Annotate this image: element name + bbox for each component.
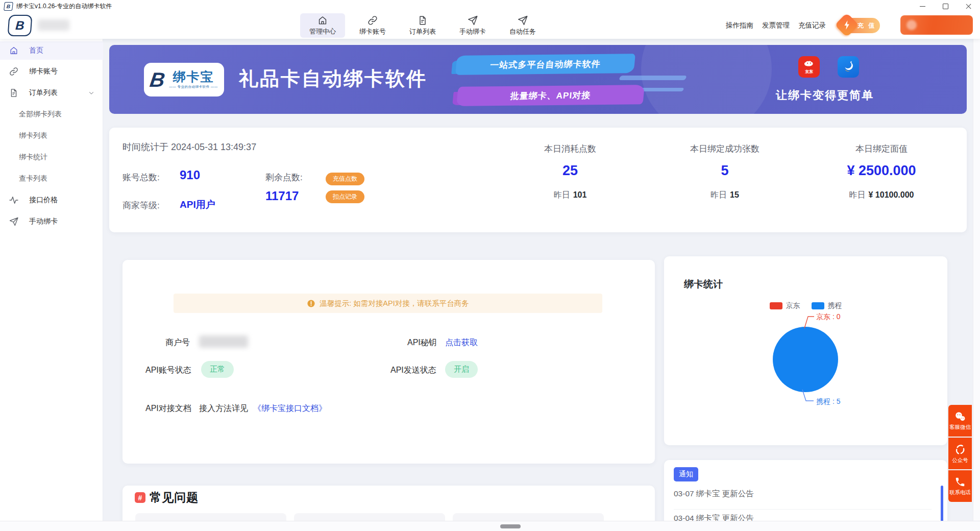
window-title: 绑卡宝v1.0.26-专业的自动绑卡软件 [16, 2, 112, 11]
vertical-scrollbar-track[interactable] [973, 39, 980, 521]
avatar [906, 20, 917, 30]
banner-streak-decoration [619, 76, 687, 80]
api-doc-label: API对接文档 [145, 403, 191, 414]
sidebar-item-manual-bind[interactable]: 手动绑卡 [0, 212, 103, 231]
notice-item[interactable]: 03-07 绑卡宝 更新公告 [674, 489, 929, 499]
floating-button-label: 联系电话 [949, 489, 971, 496]
pie-callout-ctrip: 携程 : 5 [816, 397, 840, 406]
minimize-button[interactable] [911, 0, 934, 12]
send-icon [517, 15, 528, 26]
app-logo-icon: B [4, 2, 13, 11]
ctrip-app-icon [838, 56, 859, 78]
home-icon [9, 45, 19, 56]
customer-service-wechat-button[interactable]: 客服微信 [948, 405, 972, 437]
brand-logo-icon: B [8, 15, 33, 36]
maximize-icon [943, 4, 948, 9]
sidebar-item-label: 绑卡统计 [19, 153, 47, 162]
link-icon [9, 66, 19, 77]
floating-button-label: 公众号 [952, 457, 968, 464]
stats-timestamp: 时间统计于 2024-05-31 13:49:37 [122, 141, 256, 153]
lightning-icon [835, 13, 859, 37]
sidebar-item-home[interactable]: 首页 [0, 41, 103, 60]
bangkabao-logo: B 绑卡宝 —— 专业的自动绑卡软件 —— [144, 63, 224, 96]
jd-label: 京东 [805, 69, 813, 75]
merchant-id-value-redacted [199, 335, 248, 348]
contact-phone-button[interactable]: 联系电话 [948, 470, 972, 502]
sidebar-item-label: 手动绑卡 [29, 217, 58, 226]
nav-item-auto-tasks[interactable]: 自动任务 [500, 13, 545, 38]
account-total-label: 账号总数: [122, 172, 160, 183]
stat-label: 本日绑定面值 [815, 143, 948, 155]
nav-label: 绑卡账号 [359, 27, 386, 36]
nav-label: 管理中心 [309, 27, 336, 36]
account-status-label: API账号状态 [145, 365, 191, 376]
top-nav: 管理中心 绑卡账号 订单列表 手动绑卡 自动任务 [300, 13, 545, 38]
nav-item-accounts[interactable]: 绑卡账号 [350, 13, 395, 38]
sidebar-item-all-bind-list[interactable]: 全部绑卡列表 [0, 105, 103, 124]
document-icon [9, 88, 19, 98]
jd-app-icon: 京东 [798, 56, 820, 78]
maximize-button[interactable] [934, 0, 957, 12]
warning-text: 温馨提示: 如需对接API对接，请联系平台商务 [320, 299, 469, 308]
close-button[interactable] [957, 0, 980, 12]
merchant-level-label: 商家等级: [122, 200, 160, 211]
document-icon [417, 15, 428, 26]
recharge-button[interactable]: 充 值 [841, 18, 880, 33]
header: B 管理中心 绑卡账号 订单列表 手动绑卡 自动任务 [0, 12, 980, 39]
nav-item-manual-bind[interactable]: 手动绑卡 [450, 13, 495, 38]
deduction-log-button[interactable]: 扣点记录 [326, 190, 364, 203]
stat-label: 本日消耗点数 [504, 143, 636, 155]
sidebar-item-bind-stats[interactable]: 绑卡统计 [0, 148, 103, 166]
nav-item-orders[interactable]: 订单列表 [400, 13, 445, 38]
api-key-label: API秘钥 [407, 337, 437, 348]
stat-column-points-used: 本日消耗点数 25 昨日101 [504, 143, 636, 201]
send-icon [9, 216, 19, 227]
sidebar-item-label: 查卡列表 [19, 174, 47, 183]
sidebar: 首页 绑卡账号 订单列表 全部绑卡列表 绑卡列表 绑卡统计 查卡列表 接口价格 [0, 39, 103, 531]
home-icon [317, 15, 328, 26]
hero-banner: B 绑卡宝 —— 专业的自动绑卡软件 —— 礼品卡自动绑卡软件 一站式多平台自动… [109, 45, 967, 114]
api-info-card: 温馨提示: 如需对接API对接，请联系平台商务 商户号 API秘钥 点击获取 A… [122, 260, 655, 464]
banner-badge-blue: 一站式多平台自动绑卡软件 [455, 54, 635, 75]
api-key-get-link[interactable]: 点击获取 [445, 337, 478, 348]
sidebar-item-label: 接口价格 [29, 196, 58, 205]
send-status-label: API发送状态 [390, 365, 436, 376]
hash-icon: # [135, 492, 145, 503]
chevron-down-icon [88, 89, 95, 96]
sidebar-item-bind-list[interactable]: 绑卡列表 [0, 127, 103, 145]
warning-icon [307, 299, 315, 308]
notice-badge: 通知 [674, 467, 698, 481]
link-invoice-management[interactable]: 发票管理 [762, 21, 790, 30]
sidebar-item-accounts[interactable]: 绑卡账号 [0, 62, 103, 81]
pie-leader-lines [664, 256, 947, 445]
horizontal-scrollbar-thumb[interactable] [500, 524, 521, 528]
link-recharge-records[interactable]: 充值记录 [798, 21, 826, 30]
api-doc-prefix: 接入方法详见 [199, 403, 248, 414]
ctrip-dolphin-icon [841, 59, 856, 75]
stat-value: ¥ 2500.000 [815, 163, 948, 179]
sidebar-item-label: 首页 [29, 46, 43, 55]
recharge-points-button[interactable]: 充值点数 [326, 173, 364, 185]
close-icon [966, 4, 971, 9]
stat-previous: 昨日101 [504, 190, 636, 201]
banner-tagline: 让绑卡变得更简单 [776, 88, 929, 103]
sidebar-item-api-price[interactable]: 接口价格 [0, 191, 103, 209]
account-button-redacted[interactable] [900, 15, 973, 35]
logo-subtext: —— 专业的自动绑卡软件 —— [169, 85, 218, 89]
stat-previous: 昨日15 [658, 190, 791, 201]
send-icon [467, 15, 478, 26]
sidebar-item-orders[interactable]: 订单列表 [0, 84, 103, 102]
logo-text: 绑卡宝 [173, 70, 214, 84]
official-account-button[interactable]: 公众号 [948, 438, 972, 469]
nav-item-dashboard[interactable]: 管理中心 [300, 13, 345, 38]
header-links: 操作指南 发票管理 充值记录 [726, 12, 826, 39]
nav-label: 订单列表 [409, 27, 436, 36]
stats-card: 时间统计于 2024-05-31 13:49:37 账号总数: 910 剩余点数… [109, 128, 967, 232]
sidebar-item-card-check-list[interactable]: 查卡列表 [0, 170, 103, 188]
bind-stats-chart-card: 绑卡统计 京东 携程 京东 : 0 携程 : 5 [664, 256, 947, 445]
stat-previous: 昨日¥ 10100.000 [815, 190, 948, 201]
phone-icon [954, 476, 966, 488]
link-operation-guide[interactable]: 操作指南 [726, 21, 753, 30]
account-status-badge: 正常 [201, 361, 234, 378]
api-doc-link[interactable]: 《绑卡宝接口文档》 [253, 403, 327, 414]
